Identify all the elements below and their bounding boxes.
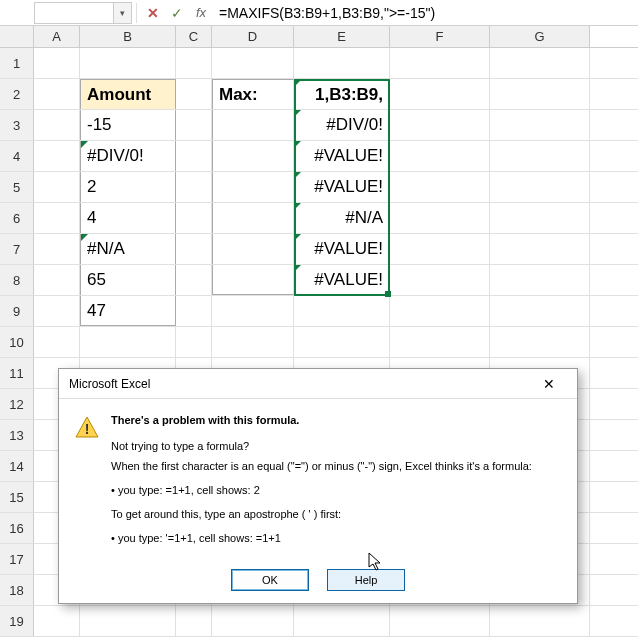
cell-B10[interactable] xyxy=(80,327,176,357)
cell-F19[interactable] xyxy=(390,606,490,636)
cell-D1[interactable] xyxy=(212,48,294,78)
cell-B1[interactable] xyxy=(80,48,176,78)
row-header-2[interactable]: 2 xyxy=(0,79,34,109)
cell-D3[interactable] xyxy=(212,110,294,140)
cell-G9[interactable] xyxy=(490,296,590,326)
cell-E10[interactable] xyxy=(294,327,390,357)
cell-E3[interactable]: #DIV/0! xyxy=(294,110,390,140)
cell-D5[interactable] xyxy=(212,172,294,202)
row-header-6[interactable]: 6 xyxy=(0,203,34,233)
cell-D7[interactable] xyxy=(212,234,294,264)
help-button[interactable]: Help xyxy=(327,569,405,591)
cell-B7[interactable]: #N/A xyxy=(80,234,176,264)
cell-A1[interactable] xyxy=(34,48,80,78)
cell-C7[interactable] xyxy=(176,234,212,264)
cell-B2[interactable]: Amount xyxy=(80,79,176,109)
cell-A7[interactable] xyxy=(34,234,80,264)
cell-G19[interactable] xyxy=(490,606,590,636)
cell-E9[interactable] xyxy=(294,296,390,326)
cell-C9[interactable] xyxy=(176,296,212,326)
dialog-titlebar[interactable]: Microsoft Excel ✕ xyxy=(59,369,577,399)
row-header-8[interactable]: 8 xyxy=(0,265,34,295)
row-header-11[interactable]: 11 xyxy=(0,358,34,388)
cell-D9[interactable] xyxy=(212,296,294,326)
name-box-dropdown[interactable]: ▾ xyxy=(114,2,132,24)
row-header-13[interactable]: 13 xyxy=(0,420,34,450)
row-header-10[interactable]: 10 xyxy=(0,327,34,357)
cell-F5[interactable] xyxy=(390,172,490,202)
cell-F8[interactable] xyxy=(390,265,490,295)
cell-E1[interactable] xyxy=(294,48,390,78)
col-header-G[interactable]: G xyxy=(490,26,590,47)
col-header-C[interactable]: C xyxy=(176,26,212,47)
cell-E6[interactable]: #N/A xyxy=(294,203,390,233)
cell-B3[interactable]: -15 xyxy=(80,110,176,140)
cell-E4[interactable]: #VALUE! xyxy=(294,141,390,171)
cell-B9[interactable]: 47 xyxy=(80,296,176,326)
cancel-icon[interactable]: ✕ xyxy=(141,2,165,24)
cell-G1[interactable] xyxy=(490,48,590,78)
accept-icon[interactable]: ✓ xyxy=(165,2,189,24)
cell-B5[interactable]: 2 xyxy=(80,172,176,202)
cell-B19[interactable] xyxy=(80,606,176,636)
col-header-B[interactable]: B xyxy=(80,26,176,47)
cell-E5[interactable]: #VALUE! xyxy=(294,172,390,202)
col-header-E[interactable]: E xyxy=(294,26,390,47)
cell-F10[interactable] xyxy=(390,327,490,357)
row-header-7[interactable]: 7 xyxy=(0,234,34,264)
row-header-9[interactable]: 9 xyxy=(0,296,34,326)
cell-A3[interactable] xyxy=(34,110,80,140)
row-header-16[interactable]: 16 xyxy=(0,513,34,543)
cell-A4[interactable] xyxy=(34,141,80,171)
row-header-3[interactable]: 3 xyxy=(0,110,34,140)
cell-G6[interactable] xyxy=(490,203,590,233)
cell-E19[interactable] xyxy=(294,606,390,636)
cell-A9[interactable] xyxy=(34,296,80,326)
cell-D2[interactable]: Max: xyxy=(212,79,294,109)
close-icon[interactable]: ✕ xyxy=(531,370,567,398)
cell-C1[interactable] xyxy=(176,48,212,78)
select-all-corner[interactable] xyxy=(0,26,34,47)
row-header-12[interactable]: 12 xyxy=(0,389,34,419)
cell-F9[interactable] xyxy=(390,296,490,326)
cell-A10[interactable] xyxy=(34,327,80,357)
row-header-4[interactable]: 4 xyxy=(0,141,34,171)
cell-A6[interactable] xyxy=(34,203,80,233)
cell-G4[interactable] xyxy=(490,141,590,171)
cell-E2[interactable]: 1,B3:B9, xyxy=(294,79,390,109)
col-header-A[interactable]: A xyxy=(34,26,80,47)
cell-A5[interactable] xyxy=(34,172,80,202)
cell-G7[interactable] xyxy=(490,234,590,264)
ok-button[interactable]: OK xyxy=(231,569,309,591)
cell-D10[interactable] xyxy=(212,327,294,357)
cell-F6[interactable] xyxy=(390,203,490,233)
cell-B4[interactable]: #DIV/0! xyxy=(80,141,176,171)
cell-C3[interactable] xyxy=(176,110,212,140)
cell-F4[interactable] xyxy=(390,141,490,171)
cell-C19[interactable] xyxy=(176,606,212,636)
cell-G10[interactable] xyxy=(490,327,590,357)
col-header-D[interactable]: D xyxy=(212,26,294,47)
cell-G2[interactable] xyxy=(490,79,590,109)
row-header-19[interactable]: 19 xyxy=(0,606,34,636)
cell-C2[interactable] xyxy=(176,79,212,109)
cell-A2[interactable] xyxy=(34,79,80,109)
row-header-5[interactable]: 5 xyxy=(0,172,34,202)
cell-G3[interactable] xyxy=(490,110,590,140)
cell-C8[interactable] xyxy=(176,265,212,295)
cell-C4[interactable] xyxy=(176,141,212,171)
cell-D6[interactable] xyxy=(212,203,294,233)
cell-D8[interactable] xyxy=(212,265,294,295)
row-header-1[interactable]: 1 xyxy=(0,48,34,78)
cell-D19[interactable] xyxy=(212,606,294,636)
row-header-17[interactable]: 17 xyxy=(0,544,34,574)
cell-D4[interactable] xyxy=(212,141,294,171)
cell-A19[interactable] xyxy=(34,606,80,636)
cell-E7[interactable]: #VALUE! xyxy=(294,234,390,264)
formula-input[interactable]: =MAXIFS(B3:B9+1,B3:B9,">=-15") xyxy=(213,2,638,24)
cell-F3[interactable] xyxy=(390,110,490,140)
col-header-F[interactable]: F xyxy=(390,26,490,47)
name-box[interactable] xyxy=(34,2,114,24)
cell-B6[interactable]: 4 xyxy=(80,203,176,233)
cell-A8[interactable] xyxy=(34,265,80,295)
